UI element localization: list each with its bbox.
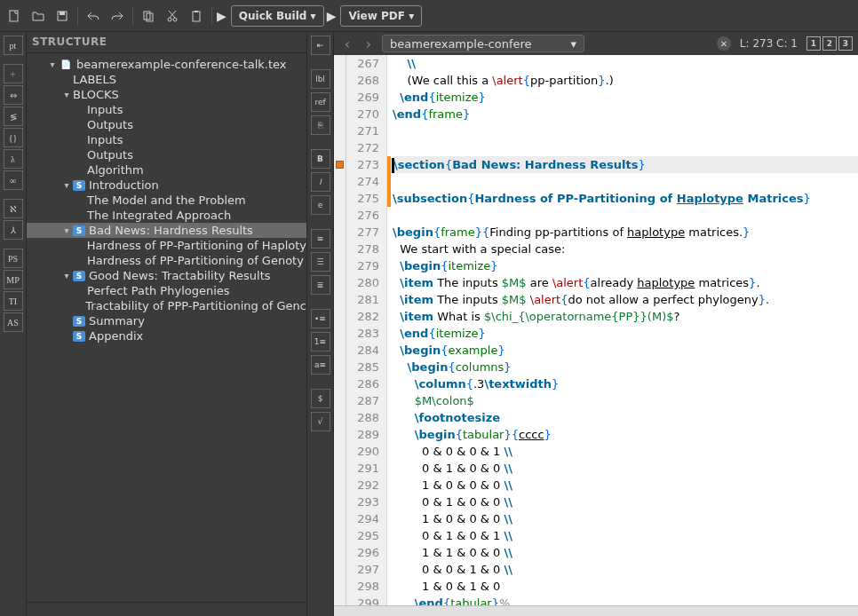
structure-scrollbar[interactable] (27, 602, 306, 616)
ref-tool-icon[interactable]: ref (311, 92, 330, 112)
bold-icon[interactable]: B (311, 149, 330, 169)
pane-1[interactable]: 1 (806, 36, 821, 51)
pane-switcher: 1 2 3 (806, 36, 853, 51)
separator (77, 7, 78, 25)
view-pdf-button[interactable]: View PDF ▾ (340, 5, 422, 27)
cut-icon[interactable] (162, 5, 183, 27)
align-center-icon[interactable]: ☰ (311, 252, 330, 272)
chevron-down-icon: ▾ (570, 37, 576, 51)
cursor-position: L: 273 C: 1 (740, 37, 798, 50)
quick-build-label: Quick Build (239, 10, 307, 22)
italic-icon[interactable]: I (311, 172, 330, 192)
tree-item[interactable]: Inputs (27, 132, 306, 147)
tree-item[interactable]: Tractability of PPP-Partitioning of Genc (27, 298, 306, 313)
run-icon-2[interactable]: ▶ (327, 9, 337, 23)
close-document-icon[interactable]: ✕ (717, 36, 731, 51)
line-number-gutter: 2672682692702712722732742752762772782792… (346, 55, 387, 605)
structure-tree[interactable]: ▾📄beamerexample-conference-talk.texLABEL… (27, 53, 306, 602)
tree-item[interactable]: ▾📄beamerexample-conference-talk.tex (27, 57, 306, 72)
main-area: pt ÷ ⇔ ≶ {} λ ∞ ℵ ⅄ PS MP TI AS STRUCTUR… (0, 32, 858, 616)
document-name: beamerexample-confere (390, 37, 532, 51)
editor-panel: ‹ › beamerexample-confere▾ ✕ L: 273 C: 1… (334, 32, 858, 616)
editor-header: ‹ › beamerexample-confere▾ ✕ L: 273 C: 1… (334, 32, 858, 55)
tree-item[interactable]: Perfect Path Phylogenies (27, 283, 306, 298)
view-pdf-label: View PDF (348, 10, 405, 22)
list-desc-icon[interactable]: a≡ (311, 355, 330, 375)
symbol-lambda-icon[interactable]: λ (4, 149, 23, 169)
math-sqrt-icon[interactable]: √ (311, 412, 330, 431)
symbol-infinity-icon[interactable]: ∞ (4, 170, 23, 190)
structure-panel: STRUCTURE ▾📄beamerexample-conference-tal… (27, 32, 307, 616)
tree-item[interactable]: ▾SIntroduction (27, 178, 306, 193)
symbol-leftright-icon[interactable]: ⇔ (4, 85, 23, 105)
svg-rect-7 (193, 12, 200, 21)
nav-forward-icon[interactable]: › (361, 36, 377, 52)
align-right-icon[interactable]: ≣ (311, 275, 330, 295)
tree-item[interactable]: ▾SBad News: Hardness Results (27, 223, 306, 238)
svg-point-5 (168, 18, 171, 21)
editor-scrollbar[interactable] (334, 605, 858, 616)
tree-item[interactable]: SSummary (27, 313, 306, 328)
main-toolbar: ▶ Quick Build ▾ ▶ View PDF ▾ (0, 0, 858, 32)
tree-item[interactable]: Algorithm (27, 162, 306, 178)
symbol-lessgtr-icon[interactable]: ≶ (4, 107, 23, 126)
align-left-icon[interactable]: ≡ (311, 229, 330, 249)
tree-item[interactable]: Inputs (27, 102, 306, 117)
symbol-division-icon[interactable]: ÷ (4, 64, 23, 83)
code-area[interactable]: 2672682692702712722732742752762772782792… (334, 55, 858, 605)
editor-icon-strip: ⇤ lbl ref ⎘ B I e ≡ ☰ ≣ •≡ 1≡ a≡ $ √ (307, 32, 334, 616)
copy-icon[interactable] (138, 5, 159, 27)
svg-rect-8 (195, 11, 198, 12)
tree-item[interactable]: Hardness of PP-Partitioning of Haploty (27, 238, 306, 253)
symbol-ti-icon[interactable]: TI (4, 291, 23, 311)
fold-gutter[interactable] (334, 55, 346, 605)
structure-header: STRUCTURE (27, 32, 306, 53)
undo-icon[interactable] (83, 5, 104, 27)
label-tool-icon[interactable]: lbl (311, 69, 330, 89)
list-bullet-icon[interactable]: •≡ (311, 309, 330, 328)
quick-build-button[interactable]: Quick Build ▾ (231, 5, 324, 27)
open-file-icon[interactable] (28, 5, 49, 27)
svg-point-6 (173, 18, 177, 21)
part-icon[interactable]: pt (4, 36, 23, 55)
symbol-aleph-icon[interactable]: ℵ (4, 199, 23, 218)
tree-item[interactable]: Hardness of PP-Partitioning of Genoty (27, 253, 306, 268)
left-symbol-strip: pt ÷ ⇔ ≶ {} λ ∞ ℵ ⅄ PS MP TI AS (0, 32, 27, 616)
symbol-as-icon[interactable]: AS (4, 312, 23, 332)
editor-status: ✕ L: 273 C: 1 1 2 3 (717, 36, 853, 51)
tree-item[interactable]: The Integrated Approach (27, 208, 306, 223)
symbol-mp-icon[interactable]: MP (4, 270, 23, 289)
tree-item[interactable]: Outputs (27, 147, 306, 162)
svg-rect-0 (10, 11, 18, 21)
symbol-ps-icon[interactable]: PS (4, 249, 23, 268)
paste-icon[interactable] (186, 5, 207, 27)
save-icon[interactable] (52, 5, 73, 27)
tree-item[interactable]: The Model and the Problem (27, 193, 306, 208)
document-dropdown[interactable]: beamerexample-confere▾ (382, 35, 584, 52)
pane-3[interactable]: 3 (838, 36, 853, 51)
symbol-tree-icon[interactable]: ⅄ (4, 220, 23, 240)
tree-item[interactable]: LABELS (27, 72, 306, 87)
symbol-braces-icon[interactable]: {} (4, 128, 23, 147)
new-file-icon[interactable] (4, 5, 25, 27)
code-content[interactable]: \\ (We call this a \alert{pp-partition}.… (391, 55, 858, 605)
run-icon[interactable]: ▶ (217, 9, 226, 23)
nav-back-icon[interactable]: ‹ (339, 36, 355, 52)
list-number-icon[interactable]: 1≡ (311, 332, 330, 351)
redo-icon[interactable] (107, 5, 128, 27)
svg-rect-2 (60, 12, 65, 15)
tree-item[interactable]: SAppendix (27, 328, 306, 344)
emph-icon[interactable]: e (311, 195, 330, 215)
tree-item[interactable]: Outputs (27, 117, 306, 132)
link-tool-icon[interactable]: ⎘ (311, 115, 330, 135)
collapse-structure-icon[interactable]: ⇤ (311, 36, 330, 55)
tree-item[interactable]: ▾BLOCKS (27, 87, 306, 102)
pane-2[interactable]: 2 (822, 36, 837, 51)
separator (211, 7, 212, 25)
tree-item[interactable]: ▾SGood News: Tractability Results (27, 268, 306, 283)
math-inline-icon[interactable]: $ (311, 389, 330, 408)
separator (132, 7, 133, 25)
